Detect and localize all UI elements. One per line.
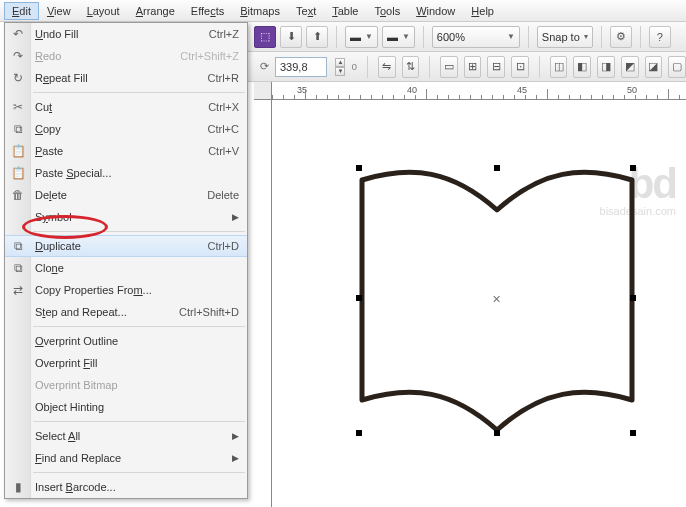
menu-arrange[interactable]: Arrange <box>128 2 183 20</box>
menu-overprint-outline[interactable]: Overprint Outline <box>5 330 247 352</box>
zoom-value: 600% <box>437 31 503 43</box>
clone-icon: ⧉ <box>9 261 27 275</box>
mirror-h-button[interactable]: ⇋ <box>378 56 396 78</box>
chevron-down-icon: ▼ <box>507 32 515 41</box>
boundary-button[interactable]: ▢ <box>668 56 686 78</box>
menu-table[interactable]: Table <box>324 2 366 20</box>
chevron-down-icon: ▼ <box>402 32 410 41</box>
menu-overprint-fill[interactable]: Overprint Fill <box>5 352 247 374</box>
align-icon: ▬ <box>387 31 398 43</box>
snap-to-label: Snap to <box>542 31 580 43</box>
paste-special-icon: 📋 <box>9 166 27 180</box>
rotation-field[interactable]: 339,8 <box>275 57 327 77</box>
options-button[interactable]: ⚙ <box>610 26 632 48</box>
duplicate-icon: ⧉ <box>9 239 27 253</box>
menu-effects[interactable]: Effects <box>183 2 232 20</box>
intersect-button[interactable]: ◩ <box>621 56 639 78</box>
menu-clone[interactable]: ⧉Clone <box>5 257 247 279</box>
degree-label: o <box>351 61 357 72</box>
group-button[interactable]: ⊞ <box>464 56 482 78</box>
menu-paste-special[interactable]: 📋Paste Special... <box>5 162 247 184</box>
selection-handle[interactable] <box>356 295 362 301</box>
book-shape[interactable] <box>272 100 686 507</box>
delete-icon: 🗑 <box>9 188 27 202</box>
paste-icon: 📋 <box>9 144 27 158</box>
vertical-ruler[interactable] <box>254 100 272 507</box>
menu-redo: ↷RedoCtrl+Shift+Z <box>5 45 247 67</box>
cut-icon: ✂ <box>9 100 27 114</box>
ungroup-all-button[interactable]: ⊡ <box>511 56 529 78</box>
menu-undo[interactable]: ↶Undo FillCtrl+Z <box>5 23 247 45</box>
order-button[interactable]: ▭ <box>440 56 458 78</box>
menu-text[interactable]: Text <box>288 2 324 20</box>
selection-handle[interactable] <box>356 430 362 436</box>
selection-handle[interactable] <box>630 295 636 301</box>
chevron-right-icon: ▶ <box>232 212 239 222</box>
chevron-right-icon: ▶ <box>232 453 239 463</box>
menu-tools[interactable]: Tools <box>366 2 408 20</box>
menu-window[interactable]: Window <box>408 2 463 20</box>
property-bar: ⟳ 339,8 ▲▼ o ⇋ ⇅ ▭ ⊞ ⊟ ⊡ ◫ ◧ ◨ ◩ ◪ ▢ <box>248 52 686 82</box>
simplify-button[interactable]: ◪ <box>645 56 663 78</box>
drawing-canvas[interactable]: bd bisadesain.com ✕ <box>272 100 686 507</box>
edit-menu-panel: ↶Undo FillCtrl+Z ↷RedoCtrl+Shift+Z ↻Repe… <box>4 22 248 499</box>
menu-cut[interactable]: ✂CutCtrl+X <box>5 96 247 118</box>
menu-help[interactable]: Help <box>463 2 502 20</box>
ruler-origin[interactable] <box>254 82 272 100</box>
selection-handle[interactable] <box>630 430 636 436</box>
redo-icon: ↷ <box>9 49 27 63</box>
import-button[interactable]: ⬇ <box>280 26 302 48</box>
barcode-icon: ▮ <box>9 480 27 494</box>
menu-insert-barcode[interactable]: ▮Insert Barcode... <box>5 476 247 498</box>
menu-overprint-bitmap: Overprint Bitmap <box>5 374 247 396</box>
align-icon: ▬ <box>350 31 361 43</box>
menu-paste[interactable]: 📋PasteCtrl+V <box>5 140 247 162</box>
zoom-dropdown[interactable]: 600%▼ <box>432 26 520 48</box>
menu-delete[interactable]: 🗑DeleteDelete <box>5 184 247 206</box>
chevron-right-icon: ▶ <box>232 431 239 441</box>
center-marker[interactable]: ✕ <box>492 293 501 306</box>
combine-button[interactable]: ◫ <box>550 56 568 78</box>
menu-copy[interactable]: ⧉CopyCtrl+C <box>5 118 247 140</box>
menu-select-all[interactable]: Select All▶ <box>5 425 247 447</box>
menu-step-repeat[interactable]: Step and Repeat...Ctrl+Shift+D <box>5 301 247 323</box>
menu-edit[interactable]: Edit <box>4 2 39 20</box>
copy-props-icon: ⇄ <box>9 283 27 297</box>
menu-find-replace[interactable]: Find and Replace▶ <box>5 447 247 469</box>
chevron-down-icon: ▾ <box>584 32 588 41</box>
menu-symbol[interactable]: Symbol▶ <box>5 206 247 228</box>
menu-view[interactable]: View <box>39 2 79 20</box>
app-launcher-button[interactable]: ⬚ <box>254 26 276 48</box>
selection-handle[interactable] <box>356 165 362 171</box>
export-button[interactable]: ⬆ <box>306 26 328 48</box>
rotation-icon: ⟳ <box>260 60 269 73</box>
main-toolbar: ⬚ ⬇ ⬆ ▬▼ ▬▼ 600%▼ Snap to▾ ⚙ ? <box>248 22 686 52</box>
mirror-v-button[interactable]: ⇅ <box>402 56 420 78</box>
copy-icon: ⧉ <box>9 122 27 136</box>
selection-handle[interactable] <box>630 165 636 171</box>
rotation-spinner[interactable]: ▲▼ <box>335 58 345 76</box>
menubar: Edit View Layout Arrange Effects Bitmaps… <box>0 0 686 22</box>
menu-copy-properties[interactable]: ⇄Copy Properties From... <box>5 279 247 301</box>
selection-handle[interactable] <box>494 430 500 436</box>
menu-repeat[interactable]: ↻Repeat FillCtrl+R <box>5 67 247 89</box>
repeat-icon: ↻ <box>9 71 27 85</box>
ungroup-button[interactable]: ⊟ <box>487 56 505 78</box>
menu-bitmaps[interactable]: Bitmaps <box>232 2 288 20</box>
snap-to-dropdown[interactable]: Snap to▾ <box>537 26 593 48</box>
horizontal-ruler[interactable]: 35 40 45 50 <box>272 82 686 100</box>
undo-icon: ↶ <box>9 27 27 41</box>
weld-button[interactable]: ◧ <box>573 56 591 78</box>
help-button[interactable]: ? <box>649 26 671 48</box>
menu-duplicate[interactable]: ⧉DuplicateCtrl+D <box>5 235 247 257</box>
chevron-down-icon: ▼ <box>365 32 373 41</box>
menu-object-hinting[interactable]: Object Hinting <box>5 396 247 418</box>
align-dropdown[interactable]: ▬▼ <box>345 26 378 48</box>
selection-handle[interactable] <box>494 165 500 171</box>
menu-layout[interactable]: Layout <box>79 2 128 20</box>
align2-dropdown[interactable]: ▬▼ <box>382 26 415 48</box>
trim-button[interactable]: ◨ <box>597 56 615 78</box>
